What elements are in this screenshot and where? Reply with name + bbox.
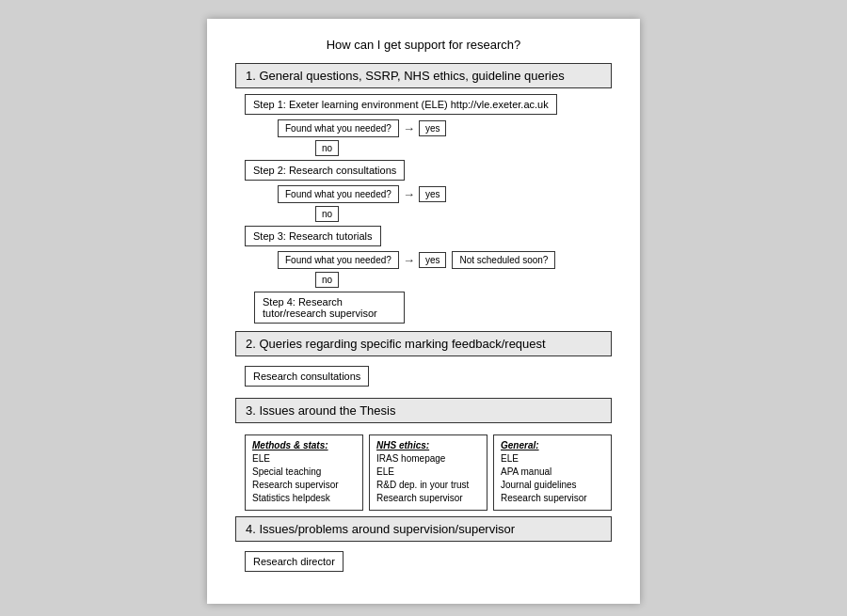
methods-item-2: Research supervisor — [252, 479, 356, 492]
general-title: General: — [501, 440, 604, 450]
section4-sub: Research director — [245, 551, 344, 572]
page-title: How can I get support for research? — [235, 38, 612, 52]
step3-flow: Found what you needed? yes Not scheduled… — [259, 251, 612, 288]
general-item-0: ELE — [501, 452, 604, 466]
step1-question: Found what you needed? — [278, 119, 399, 137]
step2-no: no — [315, 206, 339, 222]
step4-box: Step 4: Research tutor/research supervis… — [254, 292, 405, 324]
step2-question: Found what you needed? — [278, 185, 399, 203]
step3-question-row: Found what you needed? yes Not scheduled… — [278, 251, 612, 269]
general-box: General: ELE APA manual Journal guidelin… — [493, 434, 612, 511]
step1-flow: Found what you needed? yes no — [259, 119, 612, 156]
step1-question-row: Found what you needed? yes — [278, 119, 612, 137]
step2-no-row: no — [315, 206, 612, 222]
step3-not-scheduled: Not scheduled soon? — [452, 251, 555, 269]
step1-no: no — [315, 140, 339, 156]
step3-no: no — [315, 272, 339, 288]
step2-arrow — [403, 187, 415, 201]
step3-arrow — [403, 253, 415, 267]
section2-header: 2. Queries regarding specific marking fe… — [235, 331, 612, 356]
step3-no-row: no — [315, 272, 612, 288]
general-item-2: Journal guidelines — [501, 479, 604, 492]
step3-yes: yes — [419, 252, 447, 268]
methods-item-1: Special teaching — [252, 466, 356, 479]
nhs-item-2: R&D dep. in your trust — [376, 479, 480, 492]
nhs-item-3: Research supervisor — [376, 492, 480, 505]
step2-box: Step 2: Research consultations — [245, 160, 405, 181]
methods-title: Methods & stats: — [252, 440, 356, 450]
section2-sub: Research consultations — [245, 366, 369, 387]
general-item-1: APA manual — [501, 466, 604, 479]
step2-yes: yes — [419, 186, 447, 202]
nhs-item-0: IRAS homepage — [376, 452, 480, 466]
step3-container: Step 3: Research tutorials Found what yo… — [245, 226, 612, 288]
methods-box: Methods & stats: ELE Special teaching Re… — [245, 434, 363, 511]
step2-question-row: Found what you needed? yes — [278, 185, 612, 203]
methods-item-3: Statistics helpdesk — [252, 492, 356, 505]
step4-container: Step 4: Research tutor/research supervis… — [245, 292, 612, 324]
step2-flow: Found what you needed? yes no — [259, 185, 612, 222]
step2-container: Step 2: Research consultations Found wha… — [245, 160, 612, 222]
step1-box: Step 1: Exeter learning environment (ELE… — [245, 94, 557, 115]
section4-header: 4. Issues/problems around supervision/su… — [235, 516, 612, 542]
step1-no-row: no — [315, 140, 612, 156]
methods-item-0: ELE — [252, 452, 356, 466]
nhs-box: NHS ethics: IRAS homepage ELE R&D dep. i… — [369, 434, 487, 511]
section3-info-row: Methods & stats: ELE Special teaching Re… — [245, 434, 612, 511]
section3-header: 3. Issues around the Thesis — [235, 398, 612, 423]
step3-question: Found what you needed? — [278, 251, 399, 269]
step1-container: Step 1: Exeter learning environment (ELE… — [245, 94, 612, 156]
general-item-3: Research supervisor — [501, 492, 604, 505]
section1-header: 1. General questions, SSRP, NHS ethics, … — [235, 63, 612, 88]
step1-yes: yes — [419, 120, 447, 136]
nhs-title: NHS ethics: — [376, 440, 480, 450]
page-container: How can I get support for research? 1. G… — [207, 19, 640, 604]
nhs-item-1: ELE — [376, 466, 480, 479]
step1-arrow — [403, 121, 415, 135]
step3-box: Step 3: Research tutorials — [245, 226, 381, 246]
